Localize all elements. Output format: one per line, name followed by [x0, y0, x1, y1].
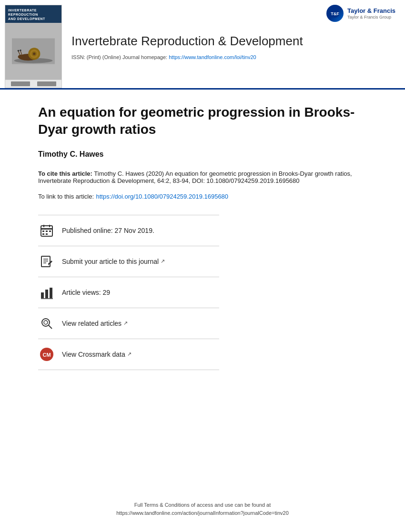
svg-line-32	[49, 325, 52, 329]
journal-title-area: Invertebrate Reproduction & Development …	[71, 29, 395, 64]
related-search-icon	[38, 315, 55, 332]
published-text: Published online: 27 Nov 2019.	[62, 227, 154, 234]
crossmark-icon: CM	[38, 346, 55, 363]
doi-section: To link to this article: https://doi.org…	[38, 192, 367, 201]
issn-line: ISSN: (Print) (Online) Journal homepage:…	[71, 54, 395, 64]
cover-image	[5, 23, 61, 80]
page-header: T&F Taylor & Francis Taylor & Francis Gr…	[0, 0, 405, 90]
svg-point-9	[18, 55, 25, 59]
svg-rect-19	[46, 231, 48, 232]
cover-top-band: INVERTEBRATE REPRODUCTION AND DEVELOPMEN…	[5, 5, 61, 23]
svg-point-12	[18, 50, 20, 52]
svg-point-31	[42, 319, 50, 326]
snail-graphic	[12, 38, 55, 64]
cover-bottom-logos	[5, 80, 61, 88]
footer-url[interactable]: https://www.tandfonline.com/action/journ…	[116, 510, 289, 516]
svg-point-33	[44, 321, 48, 324]
journal-cover: INVERTEBRATE REPRODUCTION AND DEVELOPMEN…	[5, 5, 62, 88]
cite-section: To cite this article: Timothy C. Hawes (…	[38, 170, 367, 184]
svg-text:T&F: T&F	[331, 11, 339, 16]
tf-text: Taylor & Francis Taylor & Francis Group	[347, 7, 395, 20]
crossmark-text[interactable]: View Crossmark data ↗	[62, 351, 132, 358]
svg-text:CM: CM	[42, 352, 51, 358]
svg-rect-21	[42, 233, 44, 235]
actions-section: Published online: 27 Nov 2019. Submit yo…	[38, 215, 367, 370]
cite-label: To cite this article:	[38, 170, 92, 177]
cover-logo-1	[11, 81, 30, 86]
doi-link[interactable]: https://doi.org/10.1080/07924259.2019.16…	[96, 193, 229, 200]
action-crossmark[interactable]: CM View Crossmark data ↗	[38, 339, 219, 370]
tf-brand-name: Taylor & Francis	[347, 7, 395, 15]
submit-icon	[38, 253, 55, 270]
svg-rect-29	[50, 288, 52, 298]
svg-rect-15	[41, 228, 52, 230]
tf-brand-subtitle: Taylor & Francis Group	[347, 15, 395, 20]
action-related[interactable]: View related articles ↗	[38, 308, 219, 339]
issn-text: ISSN: (Print) (Online) Journal homepage:	[71, 54, 167, 60]
tf-logo[interactable]: T&F Taylor & Francis Taylor & Francis Gr…	[326, 5, 395, 22]
footer: Full Terms & Conditions of access and us…	[0, 501, 405, 518]
author-name: Timothy C. Hawes	[38, 150, 367, 159]
external-link-icon-3: ↗	[127, 351, 132, 357]
svg-point-8	[33, 52, 35, 55]
article-title: An equation for geometric progression in…	[38, 104, 367, 139]
svg-rect-28	[45, 290, 48, 298]
action-published: Published online: 27 Nov 2019.	[38, 215, 219, 246]
main-content: An equation for geometric progression in…	[0, 90, 405, 384]
svg-rect-18	[42, 231, 44, 232]
issn-url-link[interactable]: https://www.tandfonline.com/loi/tinv20	[169, 54, 256, 60]
external-link-icon: ↗	[161, 258, 165, 264]
svg-rect-22	[46, 233, 48, 235]
action-views: Article views: 29	[38, 277, 219, 308]
tf-circle-icon: T&F	[326, 5, 344, 22]
journal-title: Invertebrate Reproduction & Development	[71, 34, 395, 49]
doi-label: To link to this article:	[38, 193, 94, 200]
bar-chart-icon	[38, 284, 55, 301]
related-text[interactable]: View related articles ↗	[62, 320, 128, 327]
views-text: Article views: 29	[62, 289, 110, 296]
footer-line1: Full Terms & Conditions of access and us…	[0, 501, 405, 510]
svg-point-13	[20, 50, 21, 51]
calendar-icon	[38, 222, 55, 239]
cite-text-block: To cite this article: Timothy C. Hawes (…	[38, 170, 367, 184]
action-submit[interactable]: Submit your article to this journal ↗	[38, 246, 219, 277]
svg-rect-20	[49, 231, 51, 232]
submit-text[interactable]: Submit your article to this journal ↗	[62, 258, 165, 265]
external-link-icon-2: ↗	[123, 320, 128, 326]
cover-title-text: INVERTEBRATE REPRODUCTION AND DEVELOPMEN…	[8, 8, 59, 21]
svg-rect-27	[41, 292, 44, 298]
cover-logo-2	[37, 81, 56, 86]
